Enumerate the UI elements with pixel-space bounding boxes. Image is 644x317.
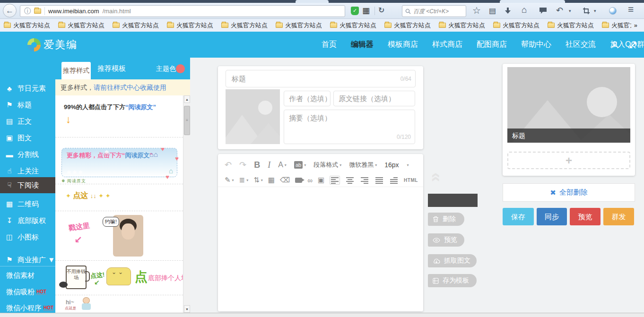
search-input[interactable] (413, 8, 461, 15)
downloads-icon[interactable] (504, 7, 512, 15)
menu-hamburger-icon[interactable]: ≡ (628, 4, 634, 15)
sidebar-item-底部版权[interactable]: ↧底部版权 (0, 213, 55, 229)
sidebar-item-上关注[interactable]: ☝上关注 (0, 163, 55, 179)
sidebar-item-图文[interactable]: ▣图文 (0, 130, 55, 146)
fetch-article-button[interactable]: 抓取图文 (428, 254, 477, 267)
sidebar-item-分割线[interactable]: ▬分割线 (0, 146, 55, 163)
tab-recommended-templates[interactable]: 推荐模板 (97, 58, 126, 79)
app-logo[interactable]: 爱美编 (27, 38, 78, 52)
chat-bubble-icon[interactable] (539, 7, 547, 14)
sync-button[interactable]: 同步 (537, 208, 567, 225)
align-right-icon[interactable] (360, 176, 369, 184)
search-box[interactable] (402, 5, 466, 17)
reload-button[interactable]: ↻ (378, 6, 384, 15)
align-center-icon[interactable] (345, 176, 355, 184)
sidebar-item-节日元素[interactable]: ♣节日元素 (0, 80, 55, 96)
tab-recommended-styles[interactable]: 推荐样式 (61, 62, 91, 79)
extension-icon[interactable] (609, 7, 617, 15)
format-brush-icon[interactable]: ✎▾ (225, 176, 234, 184)
nav-item-社区交流[interactable]: 社区交流 (566, 40, 596, 50)
theme-color-swatch[interactable] (176, 64, 185, 73)
sidebar-item-商业推广 ▼[interactable]: ⚑商业推广 ▼ (0, 252, 55, 268)
preview-article-button[interactable]: 预览 (428, 233, 464, 247)
bookmark-item[interactable]: 火狐官方站点 (58, 21, 104, 30)
author-input[interactable] (289, 91, 327, 106)
summary-textarea[interactable] (289, 114, 410, 140)
author-field[interactable] (284, 91, 331, 106)
delete-all-button[interactable]: ✖ 全部删除 (503, 183, 635, 202)
undo-history-icon[interactable]: ↶ (556, 5, 563, 16)
sidebar-item-小图标[interactable]: ◫小图标 (0, 229, 55, 245)
title-input[interactable] (232, 70, 394, 87)
video-icon[interactable] (295, 178, 302, 183)
font-family-dropdown[interactable]: 微软雅黑▾ (349, 161, 377, 169)
delete-article-button[interactable]: 删除 (428, 213, 464, 226)
line-spacing-icon[interactable]: ⇅▾ (253, 176, 263, 184)
sidebar-item-二维码[interactable]: ▦二维码 (0, 196, 55, 212)
align-justify-icon[interactable] (374, 176, 384, 184)
bookmark-item[interactable]: 火狐官方站点 (602, 21, 631, 30)
align-left-icon[interactable] (330, 176, 340, 185)
undo-icon[interactable]: ↶ (225, 160, 232, 170)
bookmark-star-icon[interactable]: ☆ (472, 5, 481, 16)
scroll-down-button[interactable]: ▼ (184, 305, 190, 313)
bold-button[interactable]: B (254, 160, 260, 170)
bookmark-item[interactable]: 火狐官方站点 (548, 21, 594, 30)
bookmark-item[interactable]: 火狐官方站点 (113, 21, 159, 30)
nav-item-配图商店[interactable]: 配图商店 (477, 40, 507, 50)
screenshot-crop-icon[interactable] (583, 7, 590, 15)
bookmark-item[interactable]: 火狐官方站点 (493, 21, 540, 30)
nav-item-编辑器[interactable]: 编辑器 (351, 40, 374, 50)
preview-button[interactable]: 预览 (570, 208, 600, 225)
bookmark-item[interactable]: 火狐官方站点 (330, 21, 376, 30)
redo-icon[interactable]: ↷ (239, 160, 246, 170)
bookmark-item[interactable]: 火狐官方站点 (167, 21, 213, 30)
font-size-dropdown[interactable]: 16px▾ (384, 161, 409, 169)
nav-item-样式商店[interactable]: 样式商店 (432, 40, 462, 50)
highlight-color-button[interactable]: ab▾ (294, 161, 306, 169)
summary-field[interactable]: 0/120 (284, 110, 415, 144)
nav-item-模板商店[interactable]: 模板商店 (388, 40, 418, 50)
html-source-button[interactable]: HTML (404, 178, 418, 183)
url-bar[interactable]: ⓘ www.imeibian.com/main.html (20, 5, 345, 17)
sidebar-item-下阅读[interactable]: ☟下阅读 (0, 177, 55, 193)
paragraph-format-dropdown[interactable]: 段落格式▾ (313, 161, 341, 169)
eraser-icon[interactable]: ⌫ (280, 176, 290, 184)
editor-content-area[interactable] (218, 187, 423, 311)
table-icon[interactable]: ▦ (268, 176, 275, 184)
notice-link[interactable]: 请前往样式中心收藏使用 (94, 84, 166, 91)
link-icon[interactable]: ∞ (307, 176, 313, 184)
scrollbar[interactable]: ▲ ≡ ▼ (183, 95, 190, 313)
scroll-up-button[interactable]: ▲ (184, 95, 190, 103)
back-button[interactable]: ← (3, 4, 17, 17)
bookmarks-overflow-chevron[interactable]: » (631, 22, 640, 29)
insert-image-icon[interactable]: ▣ (318, 176, 324, 184)
source-link-field[interactable] (333, 91, 415, 106)
save-as-template-button[interactable]: 存为模板 (428, 274, 477, 287)
info-icon[interactable]: ⓘ (24, 7, 31, 16)
list-icon[interactable]: ≣▾ (239, 176, 249, 184)
bookmark-item[interactable]: 火狐官方站点 (4, 21, 50, 30)
sidebar-item-微信吸粉[interactable]: 微信吸粉HOT (0, 285, 55, 299)
indent-icon[interactable] (389, 176, 399, 184)
nav-item-首页[interactable]: 首页 (322, 40, 337, 50)
qr-code-icon[interactable]: ▦ (362, 6, 370, 16)
style-item[interactable]: 不用捧钱场 点这! ↙ 点 底部捧个人场就行 (55, 261, 183, 295)
sidebar-item-微信素材[interactable]: 微信素材 (0, 268, 55, 283)
user-account-icon[interactable] (610, 40, 619, 50)
home-icon[interactable]: ⌂ (522, 5, 527, 15)
save-button[interactable]: 保存 (503, 208, 534, 225)
style-item[interactable]: 99%的人都点击了下方“阅读原文” ↓ (55, 95, 183, 137)
nav-item-帮助中心[interactable]: 帮助中心 (521, 40, 551, 50)
fullscreen-expand-icon[interactable] (629, 41, 637, 49)
chevron-down-icon[interactable]: ▾ (569, 9, 571, 13)
font-color-button[interactable]: A▾ (278, 161, 287, 169)
add-article-button[interactable]: + (507, 152, 630, 169)
source-link-input[interactable] (339, 91, 412, 106)
style-item[interactable]: 更多精彩，点击下方“阅读原文” ♥ ♥ ♥ ⌂⌂ ⌂ ✻ ✻ ✻ ✻ ❅ 阅读原… (55, 137, 183, 184)
title-field[interactable]: 0/64 (226, 70, 416, 87)
bookmark-item[interactable]: 火狐官方站点 (221, 21, 268, 30)
sidebar-item-标题[interactable]: ⚑标题 (0, 97, 55, 113)
bookmark-item[interactable]: 火狐官方站点 (276, 21, 322, 30)
style-item[interactable]: hi~ 点就是 (55, 295, 183, 313)
